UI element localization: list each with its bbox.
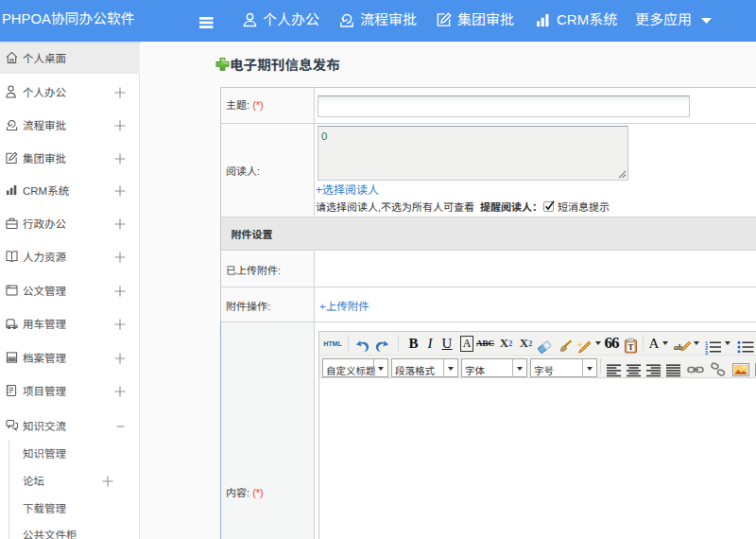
svg-text:3: 3	[705, 350, 708, 356]
svg-text:T: T	[627, 342, 633, 352]
